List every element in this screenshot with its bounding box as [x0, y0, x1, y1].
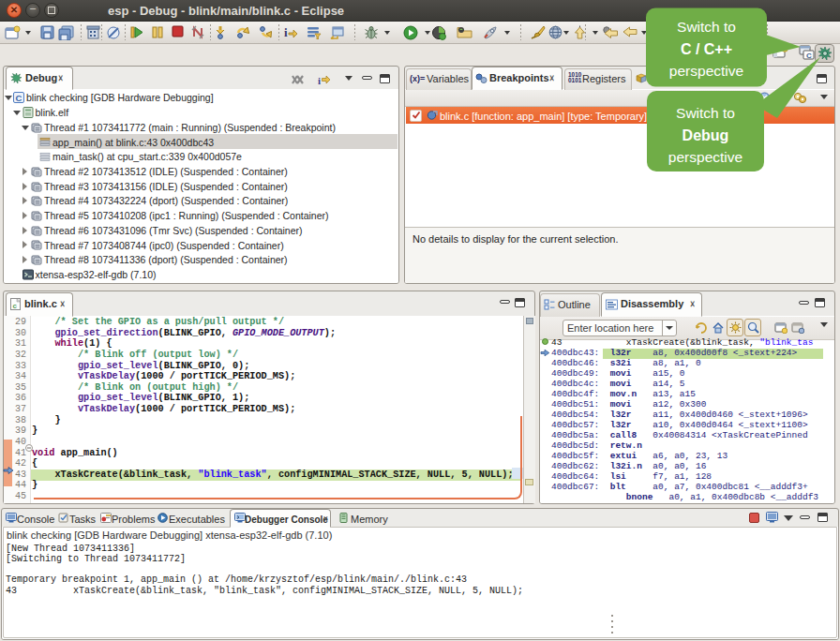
svg-text:c: c — [13, 302, 18, 310]
